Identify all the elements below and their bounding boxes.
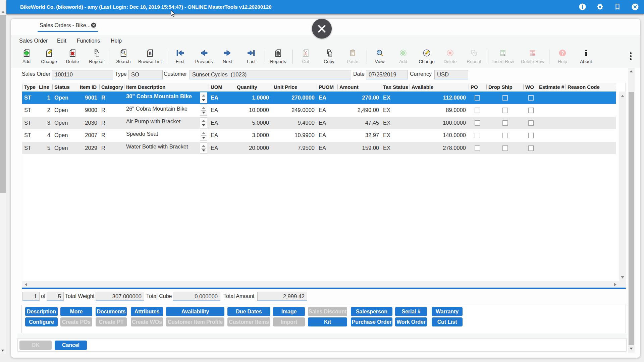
svg-text:B: B	[149, 51, 152, 56]
svg-text:?: ?	[561, 50, 564, 56]
